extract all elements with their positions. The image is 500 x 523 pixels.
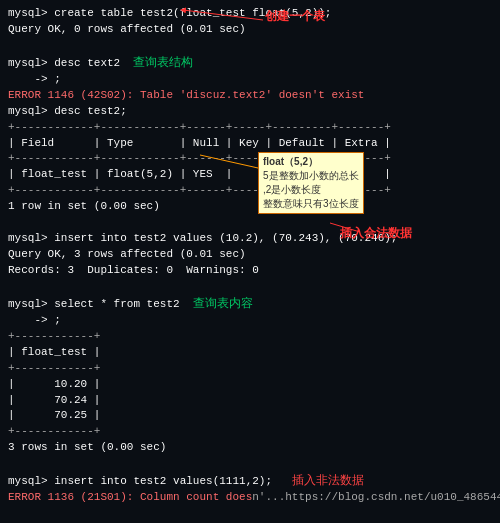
line-6: ERROR 1146 (42S02): Table 'discuz.text2'… (8, 88, 492, 104)
line-5: -> ; (8, 72, 492, 88)
line-21: +------------+ (8, 329, 492, 345)
line-19: mysql> select * from test2 查询表内容 (8, 295, 492, 313)
line-10: +------------+------------+------+-----+… (8, 151, 492, 167)
line-20: -> ; (8, 313, 492, 329)
line-4: mysql> desc text2 查询表结构 (8, 54, 492, 72)
line-27: +------------+ (8, 424, 492, 440)
line-14 (8, 215, 492, 231)
line-18 (8, 279, 492, 295)
line-31: ERROR 1136 (21S01): Column count doesn'.… (8, 490, 492, 506)
line-28: 3 rows in set (0.00 sec) (8, 440, 492, 456)
line-29 (8, 456, 492, 472)
line-15: mysql> insert into test2 values (10.2), … (8, 231, 492, 247)
line-8: +------------+------------+------+-----+… (8, 120, 492, 136)
line-26: | 70.25 | (8, 408, 492, 424)
terminal: mysql> create table test2(float_test flo… (0, 0, 500, 523)
line-30: mysql> insert into test2 values(1111,2);… (8, 472, 492, 490)
line-16: Query OK, 3 rows affected (0.01 sec) (8, 247, 492, 263)
line-17: Records: 3 Duplicates: 0 Warnings: 0 (8, 263, 492, 279)
line-12: +------------+------------+------+-----+… (8, 183, 492, 199)
line-24: | 10.20 | (8, 377, 492, 393)
line-3 (8, 38, 492, 54)
line-2: Query OK, 0 rows affected (0.01 sec) (8, 22, 492, 38)
line-22: | float_test | (8, 345, 492, 361)
line-9: | Field | Type | Null | Key | Default | … (8, 136, 492, 152)
line-1: mysql> create table test2(float_test flo… (8, 6, 492, 22)
line-13: 1 row in set (0.00 sec) (8, 199, 492, 215)
line-23: +------------+ (8, 361, 492, 377)
line-25: | 70.24 | (8, 393, 492, 409)
line-11: | float_test | float(5,2) | YES | | NULL… (8, 167, 492, 183)
line-7: mysql> desc test2; (8, 104, 492, 120)
